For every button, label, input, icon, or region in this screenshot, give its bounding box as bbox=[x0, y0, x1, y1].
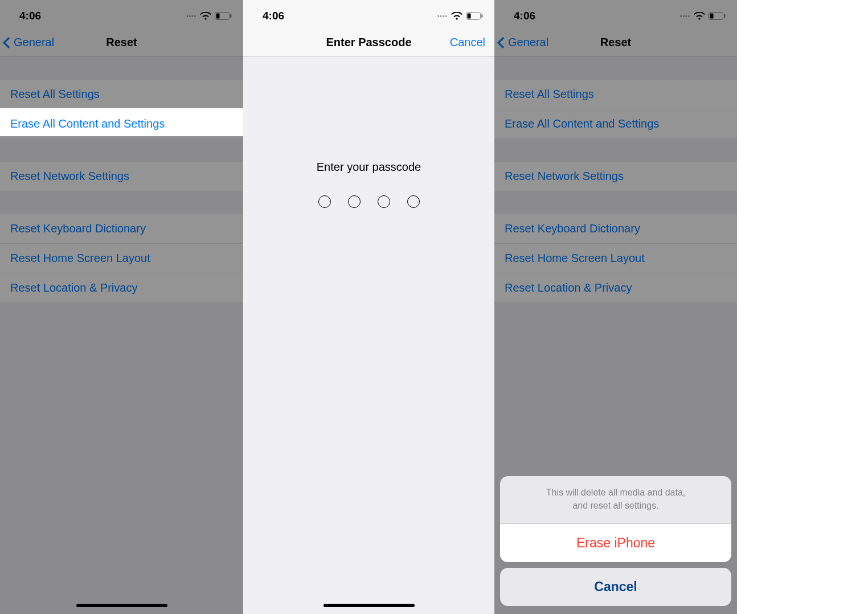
svg-rect-4 bbox=[468, 14, 471, 19]
passcode-dot bbox=[378, 195, 390, 208]
wifi-icon bbox=[451, 12, 462, 21]
passcode-dot bbox=[348, 195, 361, 208]
passcode-dot bbox=[407, 195, 420, 208]
svg-rect-7 bbox=[710, 14, 714, 19]
reset-keyboard-item[interactable]: Reset Keyboard Dictionary bbox=[494, 214, 737, 244]
cellular-icon: •••• bbox=[680, 13, 690, 19]
back-button[interactable]: General bbox=[499, 36, 548, 49]
battery-icon bbox=[709, 12, 726, 20]
sheet-message-line2: and reset all settings. bbox=[572, 501, 658, 510]
page-title: Enter Passcode bbox=[326, 36, 411, 49]
nav-bar: General Reset bbox=[494, 28, 737, 57]
svg-rect-8 bbox=[724, 14, 726, 18]
action-sheet: This will delete all media and data, and… bbox=[500, 476, 731, 606]
reset-all-settings-item[interactable]: Reset All Settings bbox=[494, 80, 737, 109]
erase-all-content-item[interactable]: Erase All Content and Settings bbox=[494, 109, 737, 139]
home-indicator[interactable] bbox=[324, 604, 415, 607]
sheet-message: This will delete all media and data, and… bbox=[500, 476, 731, 524]
sheet-message-line1: This will delete all media and data, bbox=[546, 488, 686, 497]
passcode-prompt: Enter your passcode bbox=[317, 161, 421, 174]
status-right: •••• bbox=[437, 12, 483, 21]
wifi-icon bbox=[694, 12, 705, 21]
status-right: •••• bbox=[680, 12, 726, 21]
page-title: Reset bbox=[600, 36, 631, 49]
status-time: 4:06 bbox=[514, 10, 535, 22]
chevron-left-icon bbox=[497, 37, 509, 48]
sheet-cancel-button[interactable]: Cancel bbox=[500, 568, 731, 606]
reset-network-item[interactable]: Reset Network Settings bbox=[494, 162, 737, 191]
status-bar: 4:06 •••• bbox=[243, 0, 494, 28]
status-bar: 4:06 •••• bbox=[494, 0, 737, 28]
reset-location-item[interactable]: Reset Location & Privacy bbox=[494, 273, 737, 303]
passcode-input[interactable] bbox=[318, 195, 420, 208]
erase-iphone-button[interactable]: Erase iPhone bbox=[500, 524, 731, 562]
passcode-dot bbox=[318, 195, 331, 208]
svg-rect-5 bbox=[481, 14, 483, 18]
nav-bar: Enter Passcode Cancel bbox=[243, 28, 494, 57]
cellular-icon: •••• bbox=[437, 13, 448, 19]
status-time: 4:06 bbox=[263, 10, 284, 22]
battery-icon bbox=[466, 12, 483, 20]
cancel-button[interactable]: Cancel bbox=[450, 36, 485, 49]
back-label: General bbox=[508, 36, 548, 49]
reset-home-item[interactable]: Reset Home Screen Layout bbox=[494, 244, 737, 273]
